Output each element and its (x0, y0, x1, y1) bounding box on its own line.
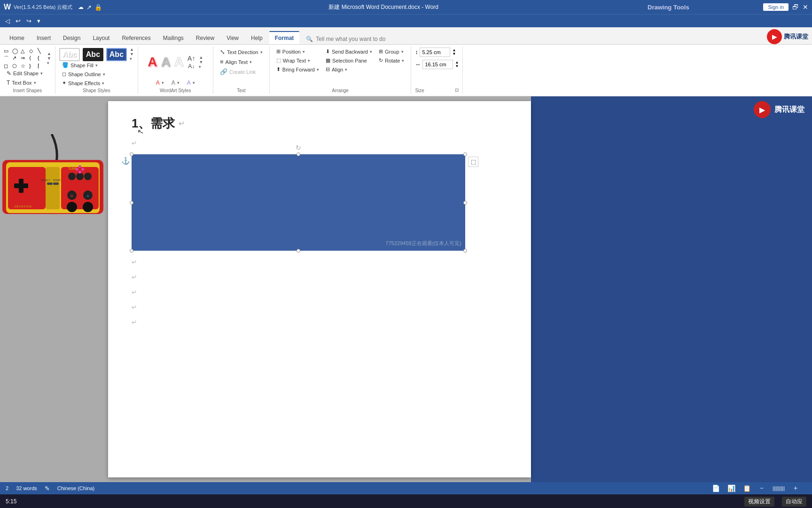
shape-cell-15[interactable]: ⌈ (38, 63, 45, 69)
shape-cell-2[interactable]: ◯ (12, 48, 20, 54)
save-icon[interactable]: 🔒 (94, 4, 102, 11)
styles-scroll-up[interactable]: ▲ (130, 48, 134, 52)
align-text-button[interactable]: ≡ Align Text ▾ (217, 57, 255, 66)
rotate-button[interactable]: ↻ Rotate ▾ (376, 56, 407, 64)
tab-design[interactable]: Design (57, 32, 86, 44)
text-outline-button[interactable]: A ▾ (169, 79, 182, 87)
sign-in-button[interactable]: Sign in (763, 3, 789, 11)
text-effects-button[interactable]: A ▾ (184, 79, 198, 87)
align-text-dd[interactable]: ▾ (250, 60, 252, 64)
search-input[interactable] (316, 36, 419, 42)
tencent-play-btn[interactable]: ▶ (754, 101, 771, 118)
shape-cell-9[interactable]: ⟨ (29, 55, 37, 62)
group-button[interactable]: ⊞ Group ▾ (376, 48, 407, 56)
wordart-a-gray[interactable]: A (161, 55, 171, 70)
shape-effects-button[interactable]: ✦ Shape Effects ▾ (59, 79, 134, 87)
edit-shape-button[interactable]: ✎ Edit Shape ▾ (4, 69, 51, 78)
qa-dropdown[interactable]: ▾ (36, 16, 42, 25)
text-box-dd[interactable]: ▾ (34, 80, 36, 85)
rotate-dd[interactable]: ▾ (402, 58, 404, 63)
handle-mid-left[interactable] (130, 201, 133, 205)
handle-bot-right[interactable] (463, 249, 467, 253)
redo-button[interactable]: ↪ (25, 16, 33, 25)
shape-cell-13[interactable]: ☆ (21, 63, 28, 69)
shape-outline-dd[interactable]: ▾ (103, 72, 105, 77)
tab-references[interactable]: References (116, 32, 156, 44)
wordart-a-red[interactable]: A (148, 55, 157, 70)
cloud-icon[interactable]: ☁ (78, 4, 84, 10)
video-settings-btn[interactable]: 视频设置 (744, 497, 774, 507)
zoom-out-btn[interactable]: － (758, 484, 765, 492)
tab-format[interactable]: Format (269, 31, 300, 44)
handle-top-right[interactable] (463, 152, 467, 156)
tab-home[interactable]: Home (4, 32, 30, 44)
shape-cell-11[interactable]: ◻ (4, 63, 11, 69)
text-direction-button[interactable]: ⤡ Text Direction ▾ (217, 48, 265, 56)
group-dd[interactable]: ▾ (401, 49, 404, 54)
handle-bot-left[interactable] (130, 249, 133, 253)
shape-cell-14[interactable]: } (29, 63, 37, 69)
close-button[interactable]: ✕ (803, 3, 808, 11)
bring-forward-button[interactable]: ⬆ Bring Forward ▾ (273, 65, 322, 73)
position-dd[interactable]: ▾ (303, 49, 305, 54)
web-view-icon[interactable]: 📋 (743, 484, 751, 492)
shape-cell-8[interactable]: ⇒ (21, 55, 28, 62)
text-outline-dd[interactable]: ▾ (177, 80, 180, 85)
shape-cell-12[interactable]: ⬡ (12, 63, 20, 69)
wrap-text-button[interactable]: ⬚ Wrap Text ▾ (273, 56, 322, 64)
font-size-down[interactable]: A↓ (188, 63, 195, 70)
text-fill-dd[interactable]: ▾ (162, 80, 164, 85)
shape-cell-1[interactable]: ▭ (4, 48, 11, 54)
edit-shape-dd[interactable]: ▾ (40, 71, 43, 76)
tab-view[interactable]: View (221, 32, 244, 44)
shape-style-blue[interactable]: Abc (106, 48, 127, 61)
shape-cell-6[interactable]: ⌒ (4, 55, 11, 62)
align-dd[interactable]: ▾ (345, 67, 347, 72)
share-icon[interactable]: ↗ (86, 4, 92, 11)
text-dir-dd[interactable]: ▾ (260, 50, 263, 55)
scroll-down[interactable]: ▼ (47, 56, 51, 61)
wordart-scroll-more[interactable]: ▾ (199, 65, 203, 69)
position-button[interactable]: ⊞ Position ▾ (273, 48, 322, 56)
rotate-handle[interactable]: ↻ (296, 144, 301, 151)
tab-help[interactable]: Help (245, 32, 268, 44)
shape-effects-dd[interactable]: ▾ (102, 81, 104, 86)
tab-insert[interactable]: Insert (31, 32, 56, 44)
layout-popup-button[interactable]: ⬚ (468, 157, 478, 167)
selection-pane-button[interactable]: ▦ Selection Pane (323, 56, 375, 64)
edit-icon[interactable]: ✎ (45, 485, 50, 492)
tab-layout[interactable]: Layout (87, 32, 115, 44)
shape-fill-button[interactable]: 🪣 Shape Fill ▾ (59, 61, 134, 69)
blue-rectangle[interactable]: 775229459正在观看(仅本人可见) (132, 154, 465, 251)
zoom-in-btn[interactable]: ＋ (792, 484, 799, 492)
bring-forward-dd[interactable]: ▾ (317, 67, 319, 72)
send-backward-button[interactable]: ⬇ Send Backward ▾ (323, 48, 375, 56)
language[interactable]: Chinese (China) (57, 485, 94, 491)
text-fill-button[interactable]: A ▾ (153, 79, 167, 87)
print-layout-icon[interactable]: 📊 (727, 484, 735, 492)
auto-play-btn[interactable]: 自动应 (782, 497, 806, 507)
styles-scroll-down[interactable]: ▼ (130, 52, 134, 56)
font-size-up[interactable]: A↑ (187, 55, 195, 62)
wordart-a-outline[interactable]: A (174, 55, 184, 70)
create-link-button[interactable]: 🔗 Create Link (217, 67, 258, 76)
handle-top-mid[interactable] (297, 152, 300, 156)
back-button[interactable]: ◁ (4, 16, 11, 25)
height-input[interactable] (420, 48, 450, 57)
width-input[interactable] (422, 60, 453, 69)
shape-cell-5[interactable]: ╲ (38, 48, 45, 54)
shape-outline-button[interactable]: ◻ Shape Outline ▾ (59, 70, 134, 78)
text-box-button[interactable]: T Text Box ▾ (4, 79, 51, 87)
restore-button[interactable]: 🗗 (792, 3, 799, 11)
size-expand-icon[interactable]: ⊡ (455, 87, 459, 93)
height-down[interactable]: ▼ (452, 52, 456, 56)
read-mode-icon[interactable]: 📄 (712, 484, 720, 492)
shape-cell-4[interactable]: ◇ (29, 48, 37, 54)
width-down[interactable]: ▼ (455, 64, 459, 68)
align-button[interactable]: ⊟ Align ▾ (323, 65, 375, 73)
shape-fill-dd[interactable]: ▾ (95, 63, 98, 68)
styles-scroll-more[interactable]: ▾ (130, 57, 134, 61)
scroll-more[interactable]: ▾ (47, 61, 51, 65)
shape-cell-10[interactable]: { (38, 55, 45, 62)
shape-cell-3[interactable]: △ (21, 48, 28, 54)
